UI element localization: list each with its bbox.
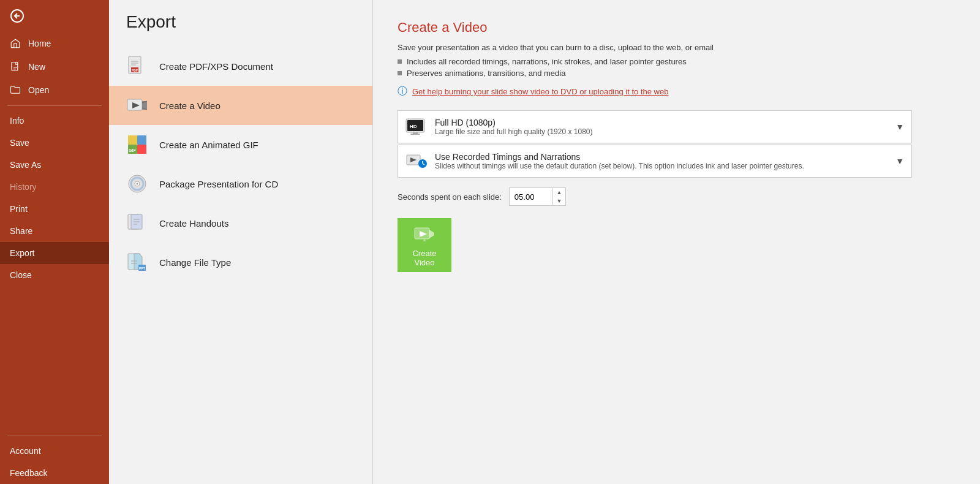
- sidebar-item-print[interactable]: Print: [0, 198, 109, 220]
- change-file-icon: PPT: [126, 251, 148, 273]
- timing-sub: Slides without timings will use the defa…: [435, 162, 891, 170]
- seconds-input[interactable]: [510, 190, 552, 204]
- back-button[interactable]: [0, 0, 109, 32]
- sidebar-item-close[interactable]: Close: [0, 264, 109, 286]
- sidebar-item-save[interactable]: Save: [0, 132, 109, 154]
- quality-main: Full HD (1080p): [435, 118, 891, 127]
- sidebar-item-history: History: [0, 176, 109, 198]
- svg-text:PDF: PDF: [132, 69, 138, 72]
- help-link-row: ⓘ Get help burning your slide show video…: [398, 85, 956, 98]
- sidebar-item-share[interactable]: Share: [0, 220, 109, 242]
- home-icon: [10, 38, 21, 49]
- svg-rect-16: [128, 135, 137, 145]
- bullet-1: Includes all recorded timings, narration…: [398, 57, 956, 66]
- svg-text:GIF: GIF: [129, 148, 136, 153]
- sidebar-item-home-label: Home: [28, 39, 51, 48]
- sidebar-item-account[interactable]: Account: [0, 440, 109, 462]
- export-item-package-cd[interactable]: Package Presentation for CD: [109, 164, 372, 203]
- sidebar-item-new[interactable]: New: [0, 55, 109, 78]
- sidebar-divider-2: [7, 436, 102, 436]
- export-menu: Export PDF Create PDF/XPS Document: [109, 0, 372, 484]
- sidebar: Home New Open Info Save Save As History …: [0, 0, 109, 484]
- help-icon: ⓘ: [398, 85, 407, 98]
- pdf-icon: PDF: [126, 55, 148, 77]
- bullet-2: Preserves animations, transitions, and m…: [398, 69, 956, 78]
- svg-rect-17: [137, 135, 146, 145]
- video-icon: [126, 94, 148, 116]
- gif-icon: GIF: [126, 134, 148, 156]
- sidebar-divider-1: [7, 105, 102, 106]
- new-icon: [10, 61, 21, 72]
- export-cd-label: Package Presentation for CD: [159, 179, 278, 189]
- export-video-label: Create a Video: [159, 100, 221, 111]
- sidebar-item-home[interactable]: Home: [0, 32, 109, 55]
- svg-text:PPT: PPT: [139, 267, 145, 270]
- export-item-create-video[interactable]: Create a Video: [109, 86, 372, 125]
- quality-sub: Large file size and full high quality (1…: [435, 127, 891, 136]
- sidebar-item-save-as[interactable]: Save As: [0, 154, 109, 176]
- quality-dropdown-wrapper: HD Full HD (1080p) Large file size and f…: [398, 110, 912, 178]
- create-video-btn-label: CreateVideo: [412, 249, 436, 267]
- quality-dropdown-arrow: ▼: [895, 122, 904, 132]
- timing-main: Use Recorded Timings and Narrations: [435, 152, 891, 162]
- export-change-file-label: Change File Type: [159, 257, 231, 268]
- export-item-create-gif[interactable]: GIF Create an Animated GIF: [109, 125, 372, 164]
- seconds-row: Seconds spent on each slide: ▲ ▼: [398, 187, 956, 206]
- timing-icon: [405, 150, 428, 172]
- quality-dropdown[interactable]: HD Full HD (1080p) Large file size and f…: [398, 110, 912, 143]
- handouts-icon: [126, 212, 148, 234]
- bullet-square-1: [398, 59, 402, 64]
- back-icon: [10, 9, 24, 23]
- export-title: Export: [109, 12, 372, 47]
- seconds-increment[interactable]: ▲: [553, 188, 565, 197]
- export-item-create-handouts[interactable]: Create Handouts: [109, 203, 372, 243]
- open-icon: [10, 85, 21, 96]
- main-area: Export PDF Create PDF/XPS Document: [109, 0, 980, 484]
- content-desc: Save your presentation as a video that y…: [398, 43, 956, 52]
- sidebar-item-open[interactable]: Open: [0, 78, 109, 102]
- bullet-square-2: [398, 71, 402, 75]
- export-pdf-label: Create PDF/XPS Document: [159, 61, 273, 72]
- svg-point-23: [137, 183, 138, 185]
- cd-icon: [126, 173, 148, 195]
- sidebar-item-feedback[interactable]: Feedback: [0, 462, 109, 484]
- create-video-button[interactable]: CreateVideo: [398, 218, 451, 272]
- create-video-btn-icon: [413, 223, 435, 245]
- sidebar-item-info[interactable]: Info: [0, 110, 109, 132]
- seconds-label: Seconds spent on each slide:: [398, 192, 502, 202]
- svg-rect-19: [137, 145, 146, 154]
- quality-icon: HD: [405, 116, 428, 138]
- timing-dropdown[interactable]: Use Recorded Timings and Narrations Slid…: [398, 145, 912, 178]
- seconds-decrement[interactable]: ▼: [553, 197, 565, 205]
- sidebar-item-new-label: New: [28, 62, 45, 72]
- export-item-create-pdf[interactable]: PDF Create PDF/XPS Document: [109, 47, 372, 86]
- export-gif-label: Create an Animated GIF: [159, 140, 258, 150]
- sidebar-item-export[interactable]: Export: [0, 242, 109, 264]
- seconds-spinner[interactable]: ▲ ▼: [509, 187, 566, 206]
- content-panel: Create a Video Save your presentation as…: [373, 0, 980, 484]
- svg-text:HD: HD: [410, 124, 417, 129]
- export-handouts-label: Create Handouts: [159, 218, 228, 229]
- timing-dropdown-arrow: ▼: [895, 156, 904, 166]
- content-heading: Create a Video: [398, 20, 956, 36]
- svg-rect-38: [410, 134, 420, 135]
- sidebar-item-open-label: Open: [28, 85, 49, 95]
- bullets-list: Includes all recorded timings, narration…: [398, 57, 956, 78]
- export-item-change-file-type[interactable]: PPT Change File Type: [109, 243, 372, 282]
- help-link[interactable]: Get help burning your slide show video t…: [412, 87, 668, 96]
